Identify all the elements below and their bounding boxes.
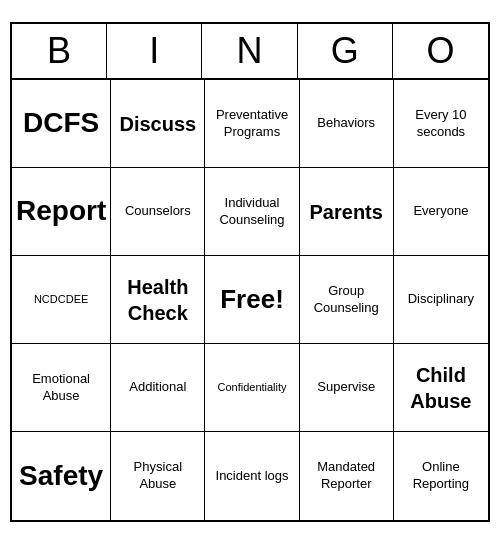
bingo-cell: Every 10 seconds	[394, 80, 488, 168]
bingo-cell: Emotional Abuse	[12, 344, 111, 432]
bingo-cell: Discuss	[111, 80, 205, 168]
bingo-cell: Health Check	[111, 256, 205, 344]
bingo-cell: Incident logs	[205, 432, 299, 520]
bingo-cell: Disciplinary	[394, 256, 488, 344]
bingo-cell: Child Abuse	[394, 344, 488, 432]
bingo-cell: Behaviors	[300, 80, 394, 168]
header-letter: B	[12, 24, 107, 78]
bingo-cell: Free!	[205, 256, 299, 344]
bingo-cell: DCFS	[12, 80, 111, 168]
bingo-cell: Group Counseling	[300, 256, 394, 344]
bingo-cell: Counselors	[111, 168, 205, 256]
bingo-cell: Report	[12, 168, 111, 256]
bingo-cell: Confidentiality	[205, 344, 299, 432]
bingo-card: BINGO DCFSDiscussPreventative ProgramsBe…	[10, 22, 490, 522]
header-letter: G	[298, 24, 393, 78]
bingo-cell: Physical Abuse	[111, 432, 205, 520]
bingo-cell: NCDCDEE	[12, 256, 111, 344]
bingo-cell: Online Reporting	[394, 432, 488, 520]
bingo-header: BINGO	[12, 24, 488, 80]
header-letter: O	[393, 24, 488, 78]
bingo-cell: Additional	[111, 344, 205, 432]
bingo-cell: Mandated Reporter	[300, 432, 394, 520]
bingo-cell: Individual Counseling	[205, 168, 299, 256]
bingo-grid: DCFSDiscussPreventative ProgramsBehavior…	[12, 80, 488, 520]
bingo-cell: Everyone	[394, 168, 488, 256]
header-letter: I	[107, 24, 202, 78]
header-letter: N	[202, 24, 297, 78]
bingo-cell: Parents	[300, 168, 394, 256]
bingo-cell: Preventative Programs	[205, 80, 299, 168]
bingo-cell: Safety	[12, 432, 111, 520]
bingo-cell: Supervise	[300, 344, 394, 432]
